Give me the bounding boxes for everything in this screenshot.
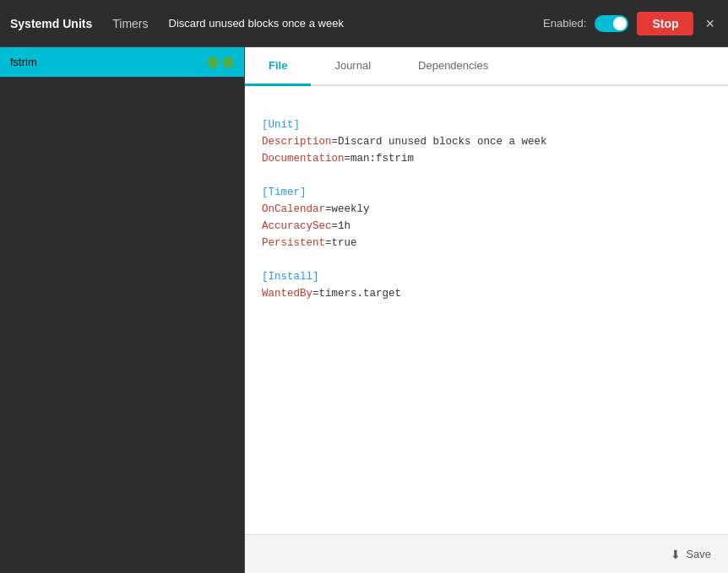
code-line-blank-2 — [262, 167, 711, 184]
code-line-blank-3 — [262, 251, 711, 268]
save-button[interactable]: ⬇ Save — [671, 548, 711, 561]
close-button[interactable]: × — [702, 16, 718, 31]
code-line-persistent: Persistent=true — [262, 235, 711, 251]
sidebar: fstrim — [0, 47, 245, 573]
code-line-description: Description=Discard unused blocks once a… — [262, 133, 711, 150]
timers-link[interactable]: Timers — [112, 17, 148, 30]
status-dot-2 — [222, 57, 234, 68]
tab-dependencies[interactable]: Dependencies — [394, 47, 512, 86]
tabs-bar: File Journal Dependencies — [245, 47, 728, 86]
save-icon: ⬇ — [671, 548, 681, 561]
app-title: Systemd Units — [10, 17, 92, 30]
enabled-toggle[interactable] — [595, 15, 628, 32]
code-line-wantedby: WantedBy=timers.target — [262, 285, 711, 302]
content-panel: File Journal Dependencies [Unit] Descrip… — [245, 47, 728, 573]
code-section-unit: [Unit] — [262, 116, 711, 133]
status-dots — [207, 57, 234, 68]
stop-button[interactable]: Stop — [637, 12, 693, 35]
tab-file[interactable]: File — [245, 47, 311, 86]
code-line-accuracysec: AccuracySec=1h — [262, 218, 711, 235]
code-section-timer: [Timer] — [262, 184, 711, 201]
toggle-thumb — [613, 17, 627, 30]
header-right: Enabled: Stop × — [543, 12, 718, 35]
header: Systemd Units Timers Discard unused bloc… — [0, 0, 728, 47]
code-line-oncalendar: OnCalendar=weekly — [262, 201, 711, 218]
tab-journal[interactable]: Journal — [311, 47, 394, 86]
main-content: fstrim File Journal Dependencies [Unit] … — [0, 47, 728, 573]
code-line-documentation: Documentation=man:fstrim — [262, 150, 711, 167]
status-dot-1 — [207, 57, 219, 68]
file-content-area: [Unit] Description=Discard unused blocks… — [245, 86, 728, 534]
code-section-install: [Install] — [262, 268, 711, 285]
save-label: Save — [686, 548, 711, 560]
enabled-label: Enabled: — [543, 17, 586, 30]
code-line-blank-1 — [262, 100, 711, 116]
sidebar-item-label: fstrim — [10, 56, 37, 68]
unit-name: Discard unused blocks once a week — [169, 17, 544, 30]
sidebar-item-fstrim[interactable]: fstrim — [0, 47, 244, 77]
footer-bar: ⬇ Save — [245, 534, 728, 573]
